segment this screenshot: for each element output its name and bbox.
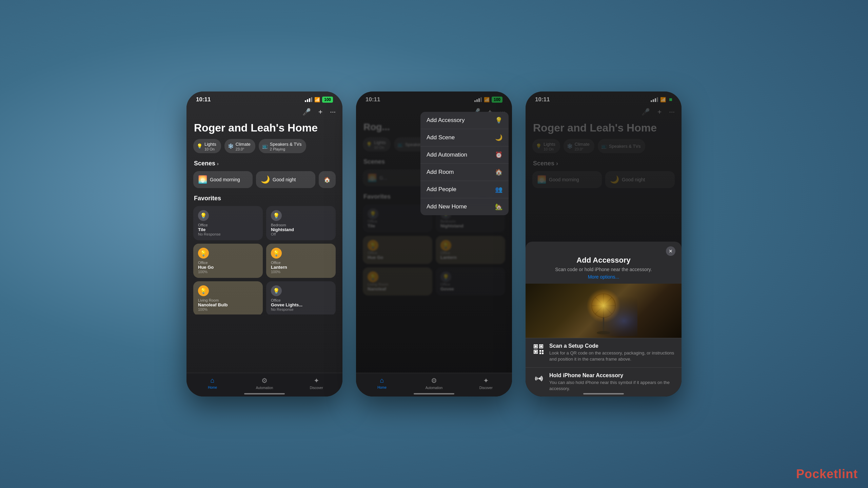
- status-bar-1: 10:11 📶 100: [186, 92, 342, 106]
- modal-close-button[interactable]: ✕: [666, 246, 675, 256]
- dropdown-add-room[interactable]: Add Room 🏠: [420, 164, 509, 181]
- watermark: Pocketlint: [796, 467, 858, 481]
- dropdown-add-automation[interactable]: Add Automation ⏰: [420, 146, 509, 164]
- nav-home-label-1: Home: [208, 386, 217, 389]
- nav-home-icon-1: ⌂: [211, 377, 215, 384]
- nav-automation-1[interactable]: ⚙ Automation: [238, 377, 290, 390]
- nav-discover-2[interactable]: ✦ Discover: [460, 377, 512, 390]
- svg-point-20: [539, 378, 541, 380]
- nfc-icon: [532, 372, 545, 385]
- dropdown-menu: Add Accessory 💡 Add Scene 🌙 Add Automati…: [420, 112, 509, 215]
- modal-title: Add Accessory: [526, 256, 682, 267]
- modal-option-scan[interactable]: Scan a Setup Code Look for a QR code on …: [526, 338, 682, 367]
- speakers-icon: 📺: [262, 143, 268, 149]
- nav-home-label-2: Home: [377, 386, 387, 389]
- scan-desc: Look for a QR code on the accessory, pac…: [549, 350, 675, 362]
- lamp-svg: [570, 285, 637, 336]
- scene-good-morning-1[interactable]: 🌅 Good morning: [193, 171, 253, 188]
- qr-icon: [532, 343, 545, 355]
- pill-speakers[interactable]: 📺 Speakers & TVs 2 Playing: [259, 139, 307, 153]
- scenes-chevron-1: ›: [217, 161, 219, 166]
- phone-2-screen: 10:11 📶 100 🎤 ＋ ··· Rog...: [356, 92, 512, 396]
- home-icon-btn-1: 🏠: [324, 177, 331, 183]
- status-icons-1: 📶 100: [305, 97, 333, 103]
- siri-icon-1[interactable]: 🎤: [302, 108, 311, 116]
- modal-option-nfc[interactable]: Hold iPhone Near Accessory You can also …: [526, 367, 682, 396]
- dropdown-add-people[interactable]: Add People 👥: [420, 181, 509, 198]
- climate-icon: ❄️: [228, 143, 234, 149]
- scan-title: Scan a Setup Code: [549, 343, 675, 349]
- home-title-1: Roger and Leah's Home: [186, 119, 342, 139]
- device-tile-govee[interactable]: 💡 Office Govee Lights... No Response: [266, 281, 336, 314]
- dropdown-add-home[interactable]: Add New Home 🏡: [420, 198, 509, 215]
- dropdown-add-scene[interactable]: Add Scene 🌙: [420, 129, 509, 146]
- add-accessory-modal: ✕ Add Accessory Scan code or hold iPhone…: [526, 242, 682, 396]
- device-grid-1: 💡 Office Tile No Response 💡 Bedroom Nigh…: [186, 206, 342, 314]
- device-tile-office-tile[interactable]: 💡 Office Tile No Response: [193, 206, 263, 240]
- dropdown-add-accessory[interactable]: Add Accessory 💡: [420, 112, 509, 129]
- watermark-accent: lint: [838, 467, 858, 481]
- nav-home-1[interactable]: ⌂ Home: [186, 377, 238, 390]
- pill-climate[interactable]: ❄️ Climate 23.0°: [224, 139, 255, 153]
- nav-home-2[interactable]: ⌂ Home: [356, 377, 408, 390]
- home-scene-btn-1[interactable]: 🏠: [319, 171, 336, 188]
- svg-rect-16: [539, 350, 541, 352]
- scenes-header-1[interactable]: Scenes ›: [186, 159, 342, 171]
- nav-discover-label-2: Discover: [479, 386, 493, 390]
- home-indicator-3: [583, 393, 624, 394]
- nav-automation-label-1: Automation: [256, 386, 273, 390]
- nav-automation-label-2: Automation: [426, 386, 443, 390]
- watermark-text-1: Pocket: [796, 467, 838, 481]
- modal-header: ✕: [526, 242, 682, 256]
- time-1: 10:11: [196, 96, 211, 103]
- home-indicator-1: [244, 393, 285, 394]
- top-bar-1: 🎤 ＋ ···: [186, 106, 342, 119]
- morning-label: Good morning: [210, 177, 240, 182]
- nav-automation-2[interactable]: ⚙ Automation: [408, 377, 460, 390]
- scene-menu-icon: 🌙: [495, 134, 502, 141]
- modal-more-options-link[interactable]: More options...: [526, 273, 682, 284]
- svg-rect-19: [542, 352, 544, 354]
- svg-rect-18: [539, 352, 541, 354]
- signal-icon-1: [305, 97, 312, 102]
- phone-1-screen: 10:11 📶 100 🎤 ＋ ··· Roger and Leah's Hom…: [186, 92, 342, 396]
- nfc-desc: You can also hold iPhone near this symbo…: [549, 380, 675, 392]
- device-icon-lantern: 💡: [271, 248, 282, 259]
- nav-discover-icon-1: ✦: [314, 377, 319, 385]
- phone-1: 10:11 📶 100 🎤 ＋ ··· Roger and Leah's Hom…: [186, 92, 342, 396]
- svg-rect-9: [570, 285, 637, 336]
- wifi-icon-1: 📶: [314, 97, 320, 102]
- morning-icon: 🌅: [198, 175, 207, 184]
- pill-lights[interactable]: 💡 Lights 10 On: [193, 139, 221, 153]
- room-menu-icon: 🏠: [495, 168, 502, 176]
- more-icon-1[interactable]: ···: [330, 108, 336, 116]
- svg-rect-15: [535, 351, 537, 353]
- phone-2: 10:11 📶 100 🎤 ＋ ··· Rog...: [356, 92, 512, 396]
- svg-rect-13: [540, 345, 542, 347]
- battery-1: 100: [322, 97, 333, 103]
- nav-discover-label-1: Discover: [310, 386, 323, 390]
- device-tile-nanoleaf[interactable]: 💡 Living Room Nanoleaf Bulb 100%: [193, 281, 263, 314]
- new-home-icon: 🏡: [495, 203, 502, 210]
- modal-subtitle: Scan code or hold iPhone near the access…: [526, 267, 682, 273]
- nav-automation-icon-2: ⚙: [431, 377, 437, 385]
- lights-icon: 💡: [197, 143, 202, 149]
- automation-menu-icon: ⏰: [495, 151, 502, 159]
- nav-discover-icon-2: ✦: [483, 377, 489, 385]
- add-icon-1[interactable]: ＋: [317, 107, 324, 116]
- nav-home-icon-2: ⌂: [380, 377, 384, 384]
- device-tile-bedroom-nightstand[interactable]: 💡 Bedroom Nightstand Off: [266, 206, 336, 240]
- device-icon-nanoleaf: 💡: [198, 285, 209, 296]
- accessory-icon: 💡: [495, 117, 502, 124]
- nfc-title: Hold iPhone Near Accessory: [549, 372, 675, 379]
- svg-rect-17: [542, 350, 544, 352]
- device-tile-hue-go[interactable]: 💡 Office Hue Go 100%: [193, 244, 263, 278]
- favorites-header-1: Favorites: [186, 194, 342, 206]
- device-tile-lantern[interactable]: 💡 Office Lantern 100%: [266, 244, 336, 278]
- nav-automation-icon-1: ⚙: [261, 377, 268, 385]
- device-icon-tile: 💡: [198, 210, 209, 221]
- home-indicator-2: [414, 393, 454, 394]
- device-icon-hue-go: 💡: [198, 248, 209, 259]
- scene-good-night-1[interactable]: 🌙 Good night: [256, 171, 315, 188]
- nav-discover-1[interactable]: ✦ Discover: [291, 377, 342, 390]
